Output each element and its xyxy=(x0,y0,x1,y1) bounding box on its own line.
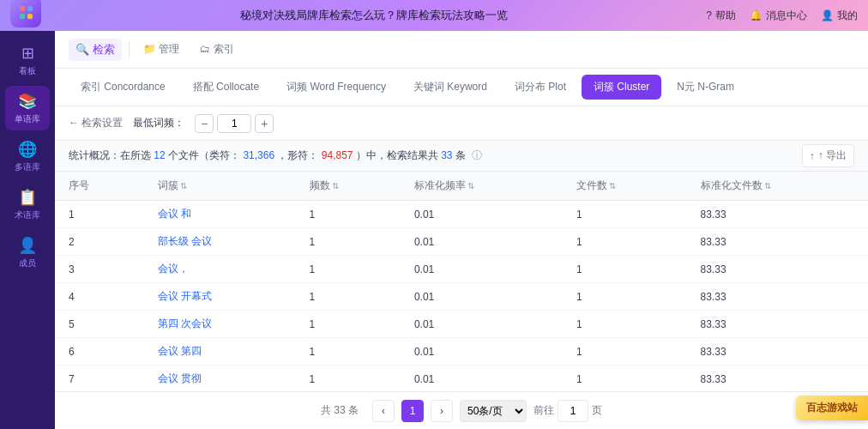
export-button[interactable]: ↑ ↑ 导出 xyxy=(802,144,854,167)
cluster-link[interactable]: 部长级 会议 xyxy=(158,235,212,247)
profile-button[interactable]: 👤 我的 xyxy=(821,9,858,23)
app-logo xyxy=(10,0,41,27)
tab-keyword[interactable]: 关键词 Keyword xyxy=(401,75,499,100)
tab-concordance[interactable]: 索引 Concordance xyxy=(69,75,178,100)
nav-divider xyxy=(129,41,130,58)
filter-bar: ← 检索设置 最低词频： − + xyxy=(55,106,868,141)
info-icon: ⓘ xyxy=(472,149,482,161)
nav-search-button[interactable]: 🔍 检索 xyxy=(69,39,122,61)
multilang-icon: 🌐 xyxy=(18,140,37,159)
bell-icon: 🔔 xyxy=(750,9,763,21)
col-norm-file[interactable]: 标准化文件数⇅ xyxy=(687,172,868,201)
col-freq[interactable]: 频数⇅ xyxy=(296,172,401,201)
tab-wordfreq[interactable]: 词频 Word Frequency xyxy=(274,75,398,100)
cell-cluster: 会议 开幕式 xyxy=(144,283,296,311)
cell-file-count: 1 xyxy=(563,228,687,256)
cluster-link[interactable]: 会议 贯彻 xyxy=(158,372,202,384)
cluster-link[interactable]: 会议 和 xyxy=(158,208,191,220)
cell-freq: 1 xyxy=(296,283,401,311)
cell-cluster: 会议 贯彻 xyxy=(144,366,296,392)
cell-seq: 2 xyxy=(55,228,144,256)
tab-ngram[interactable]: N元 N-Gram xyxy=(665,75,746,100)
cell-seq: 1 xyxy=(55,201,144,228)
col-cluster[interactable]: 词簇⇅ xyxy=(144,172,296,201)
table-row: 3 会议， 1 0.01 1 83.33 xyxy=(55,256,868,283)
cell-norm-file: 83.33 xyxy=(687,256,868,283)
cell-cluster: 第四 次会议 xyxy=(144,311,296,338)
cell-norm-freq: 0.01 xyxy=(401,256,563,283)
tab-collocate[interactable]: 搭配 Collocate xyxy=(181,75,271,100)
cluster-link[interactable]: 会议 第四 xyxy=(158,345,202,357)
cluster-link[interactable]: 第四 次会议 xyxy=(158,317,212,329)
top-bar: 秘境对决残局牌库检索怎么玩？牌库检索玩法攻略一览 ? 帮助 🔔 消息中心 👤 我… xyxy=(0,0,868,31)
col-seq: 序号 xyxy=(55,172,144,201)
pagination-bar: 共 33 条 ‹ 1 › 50条/页 100条/页 前往 页 xyxy=(55,391,868,429)
cell-norm-file: 83.33 xyxy=(687,311,868,338)
next-page-button[interactable]: › xyxy=(431,400,453,422)
export-icon: ↑ xyxy=(810,150,815,162)
prev-page-button[interactable]: ‹ xyxy=(372,400,395,422)
tab-cluster[interactable]: 词簇 Cluster xyxy=(582,75,661,100)
user-icon: 👤 xyxy=(821,9,834,21)
sidebar-item-dashboard[interactable]: ⊞ 看板 xyxy=(5,38,50,82)
back-to-search-button[interactable]: ← 检索设置 xyxy=(69,116,123,130)
messages-button[interactable]: 🔔 消息中心 xyxy=(750,9,807,23)
current-page-button[interactable]: 1 xyxy=(401,400,424,422)
min-freq-label: 最低词频： xyxy=(133,116,184,130)
terminology-icon: 📋 xyxy=(18,188,37,207)
page-jump-input[interactable] xyxy=(558,400,588,422)
content-area: 🔍 检索 📁 管理 🗂 索引 索引 Concordance 搭配 Colloca… xyxy=(55,31,868,429)
cluster-link[interactable]: 会议， xyxy=(158,263,189,275)
per-page-select[interactable]: 50条/页 100条/页 xyxy=(460,400,527,422)
sidebar-item-multilang[interactable]: 🌐 多语库 xyxy=(5,134,50,178)
sidebar-item-member[interactable]: 👤 成员 xyxy=(5,230,50,275)
cluster-link[interactable]: 会议 开幕式 xyxy=(158,290,212,302)
nav-item-index[interactable]: 🗂 索引 xyxy=(193,39,240,60)
cell-norm-freq: 0.01 xyxy=(401,338,563,366)
sidebar-item-corpus[interactable]: 📚 单语库 xyxy=(5,86,50,130)
sidebar-item-terminology[interactable]: 📋 术语库 xyxy=(5,182,50,227)
cell-seq: 4 xyxy=(55,283,144,311)
table-row: 6 会议 第四 1 0.01 1 83.33 xyxy=(55,338,868,366)
table-row: 2 部长级 会议 1 0.01 1 83.33 xyxy=(55,228,868,256)
corpus-icon: 📚 xyxy=(18,92,37,111)
cell-file-count: 1 xyxy=(563,201,687,228)
min-freq-control: − + xyxy=(195,114,274,133)
results-table-wrapper: 序号 词簇⇅ 频数⇅ 标准化频率⇅ 文件数⇅ 标准化文件数⇅ 1 会议 和 1 … xyxy=(55,172,868,391)
tab-plot[interactable]: 词分布 Plot xyxy=(503,75,578,100)
cell-norm-file: 83.33 xyxy=(687,201,868,228)
col-file-count[interactable]: 文件数⇅ xyxy=(563,172,687,201)
cell-norm-file: 83.33 xyxy=(687,228,868,256)
cell-norm-freq: 0.01 xyxy=(401,283,563,311)
top-bar-actions: ? 帮助 🔔 消息中心 👤 我的 xyxy=(706,9,858,23)
cell-cluster: 会议 第四 xyxy=(144,338,296,366)
dashboard-icon: ⊞ xyxy=(21,44,34,63)
col-norm-freq[interactable]: 标准化频率⇅ xyxy=(401,172,563,201)
index-icon: 🗂 xyxy=(200,43,210,55)
cell-seq: 7 xyxy=(55,366,144,392)
cell-seq: 3 xyxy=(55,256,144,283)
page-title: 秘境对决残局牌库检索怎么玩？牌库检索玩法攻略一览 xyxy=(55,8,692,23)
cell-freq: 1 xyxy=(296,311,401,338)
cell-file-count: 1 xyxy=(563,256,687,283)
help-button[interactable]: ? 帮助 xyxy=(706,9,736,23)
cell-freq: 1 xyxy=(296,256,401,283)
cell-norm-freq: 0.01 xyxy=(401,201,563,228)
cell-file-count: 1 xyxy=(563,366,687,392)
min-freq-increment[interactable]: + xyxy=(255,114,274,133)
folder-icon: 📁 xyxy=(143,43,156,55)
cell-cluster: 会议 和 xyxy=(144,201,296,228)
watermark: 百志游戏站 xyxy=(796,396,868,420)
member-icon: 👤 xyxy=(18,236,37,255)
cell-freq: 1 xyxy=(296,228,401,256)
cell-file-count: 1 xyxy=(563,338,687,366)
cell-norm-freq: 0.01 xyxy=(401,366,563,392)
min-freq-input[interactable] xyxy=(217,114,251,133)
nav-bar: 🔍 检索 📁 管理 🗂 索引 xyxy=(55,31,868,69)
tabs-bar: 索引 Concordance 搭配 Collocate 词频 Word Freq… xyxy=(55,69,868,106)
cell-cluster: 会议， xyxy=(144,256,296,283)
nav-item-manage[interactable]: 📁 管理 xyxy=(136,39,186,60)
min-freq-decrement[interactable]: − xyxy=(195,114,214,133)
cell-cluster: 部长级 会议 xyxy=(144,228,296,256)
jump-prefix: 前往 xyxy=(533,403,554,418)
